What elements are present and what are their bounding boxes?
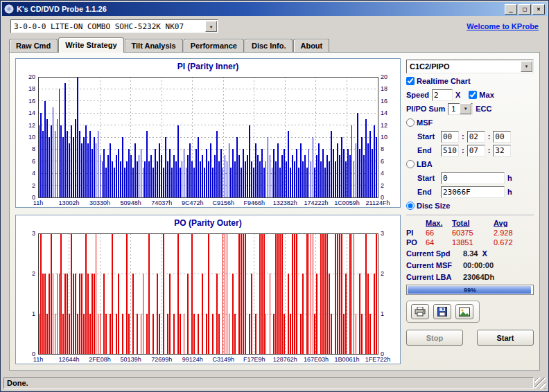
maximize-button[interactable]: □: [518, 4, 531, 15]
save-image-button[interactable]: [455, 304, 473, 319]
svg-text:14: 14: [28, 109, 35, 116]
svg-text:8: 8: [381, 145, 384, 152]
msf-end-label: End: [417, 146, 438, 154]
current-msf-label: Current MSF: [406, 261, 459, 269]
svg-text:3: 3: [32, 230, 35, 237]
output-button-group: [406, 301, 480, 323]
msf-end-sec[interactable]: [467, 145, 485, 157]
lba-start-label: Start: [417, 174, 438, 182]
svg-text:174222h: 174222h: [304, 199, 328, 206]
lba-radio-input[interactable]: [406, 160, 415, 168]
progress-bar: 99%: [406, 285, 534, 295]
close-button[interactable]: ×: [532, 4, 545, 15]
svg-text:11h: 11h: [33, 199, 43, 206]
welcome-link[interactable]: Welcome to KProbe: [467, 22, 539, 30]
print-button[interactable]: [411, 304, 429, 319]
lba-label: LBA: [417, 160, 433, 168]
svg-text:1: 1: [381, 310, 384, 317]
save-button[interactable]: [433, 304, 451, 319]
chevron-down-icon[interactable]: ▼: [460, 103, 471, 114]
max-speed-checkbox[interactable]: Max: [469, 91, 494, 99]
colon-separator: :: [462, 146, 464, 154]
msf-start-frame[interactable]: [493, 131, 511, 143]
svg-text:12644h: 12644h: [59, 356, 80, 363]
svg-text:74037h: 74037h: [151, 199, 172, 206]
svg-text:2FE08h: 2FE08h: [89, 356, 111, 363]
chevron-down-icon[interactable]: ▼: [205, 21, 217, 32]
msf-end-min[interactable]: [441, 145, 459, 157]
msf-radio-input[interactable]: [406, 118, 415, 127]
svg-text:50948h: 50948h: [121, 199, 141, 206]
stats-po-name: PO: [406, 238, 423, 247]
drive-select[interactable]: 3-0-0-0 LITE-ON COMBO SOHC-5232K NK07 ▼: [10, 19, 218, 33]
tab-tilt-analysis[interactable]: Tilt Analysis: [125, 39, 183, 52]
current-lba-row: Current LBA 23064Dh: [406, 271, 534, 282]
svg-text:C3149h: C3149h: [213, 356, 235, 363]
drive-select-value: 3-0-0-0 LITE-ON COMBO SOHC-5232K NK07: [14, 22, 184, 31]
svg-text:C9156h: C9156h: [213, 199, 235, 206]
progress-text: 99%: [407, 285, 533, 294]
svg-text:4: 4: [32, 170, 35, 177]
svg-text:9C472h: 9C472h: [182, 199, 204, 206]
svg-text:12: 12: [28, 122, 35, 129]
svg-text:99124h: 99124h: [182, 356, 203, 363]
msf-start-row: Start : :: [406, 130, 534, 143]
svg-text:21124Fh: 21124Fh: [366, 199, 390, 206]
stats-po-max: 64: [426, 238, 449, 247]
speed-row: Speed X Max: [406, 89, 534, 101]
control-panel: C1C2/PIPO ▼ Realtime Chart Speed X Max P…: [406, 58, 534, 364]
msf-start-sec[interactable]: [467, 131, 485, 143]
po-chart-title: PO (Parity Outer): [17, 217, 399, 229]
status-text: Done.: [3, 377, 534, 389]
write-strategy-page: PI (Parity Inner) 0022446688101012121414…: [9, 52, 540, 371]
msf-start-min[interactable]: [441, 131, 459, 143]
colon-separator: :: [488, 146, 491, 154]
stop-button[interactable]: Stop: [406, 330, 463, 346]
tab-about[interactable]: About: [293, 39, 329, 52]
svg-text:167E03h: 167E03h: [304, 356, 329, 363]
mode-select[interactable]: C1C2/PIPO ▼: [406, 60, 534, 73]
current-msf-row: Current MSF 00:00:00: [406, 260, 534, 270]
disc-size-radio-input[interactable]: [406, 202, 415, 210]
window-title: K's CD/DVD Probe 1.1.26: [17, 5, 502, 13]
current-lba-label: Current LBA: [406, 273, 459, 281]
speed-input[interactable]: [432, 89, 453, 101]
tab-write-strategy[interactable]: Write Strategy: [58, 37, 123, 53]
pipo-sum-value: 1: [451, 105, 455, 113]
tab-raw-cmd[interactable]: Raw Cmd: [9, 39, 58, 52]
realtime-chart-checkbox[interactable]: Realtime Chart: [406, 75, 534, 87]
resize-grip[interactable]: [535, 377, 546, 389]
msf-end-frame[interactable]: [493, 145, 511, 157]
svg-text:18: 18: [28, 85, 35, 92]
current-speed-value: 8.34: [463, 249, 478, 258]
chevron-down-icon[interactable]: ▼: [521, 61, 532, 72]
lba-start-input[interactable]: [441, 172, 505, 184]
lba-end-row: End h: [406, 186, 534, 198]
printer-icon: [415, 307, 426, 317]
stats-header-avg: Avg: [494, 219, 527, 227]
svg-text:3: 3: [381, 230, 384, 237]
start-button[interactable]: Start: [477, 330, 534, 346]
disc-size-radio[interactable]: Disc Size: [406, 199, 534, 212]
max-speed-input[interactable]: [469, 91, 477, 99]
stats-header-total: Total: [452, 219, 491, 227]
svg-text:16: 16: [28, 98, 35, 105]
pi-chart: 002244668810101212141416161818202011h130…: [17, 73, 399, 207]
msf-label: MSF: [417, 118, 433, 127]
pipo-sum-select[interactable]: 1 ▼: [448, 103, 473, 115]
msf-radio[interactable]: MSF: [406, 116, 534, 129]
tab-performance[interactable]: Performance: [184, 39, 244, 52]
realtime-chart-input[interactable]: [406, 77, 415, 85]
lba-radio[interactable]: LBA: [406, 158, 534, 170]
svg-text:1C0059h: 1C0059h: [334, 199, 360, 206]
action-buttons: Stop Start: [406, 330, 534, 346]
svg-text:50139h: 50139h: [121, 356, 141, 363]
svg-text:20: 20: [28, 73, 35, 80]
minimize-button[interactable]: _: [505, 4, 517, 15]
lba-end-unit: h: [507, 188, 512, 196]
lba-start-unit: h: [507, 174, 512, 182]
charts-column: PI (Parity Inner) 0022446688101012121414…: [15, 58, 401, 364]
lba-end-input[interactable]: [441, 186, 505, 198]
colon-separator: :: [488, 132, 491, 141]
tab-disc-info[interactable]: Disc Info.: [245, 39, 293, 52]
